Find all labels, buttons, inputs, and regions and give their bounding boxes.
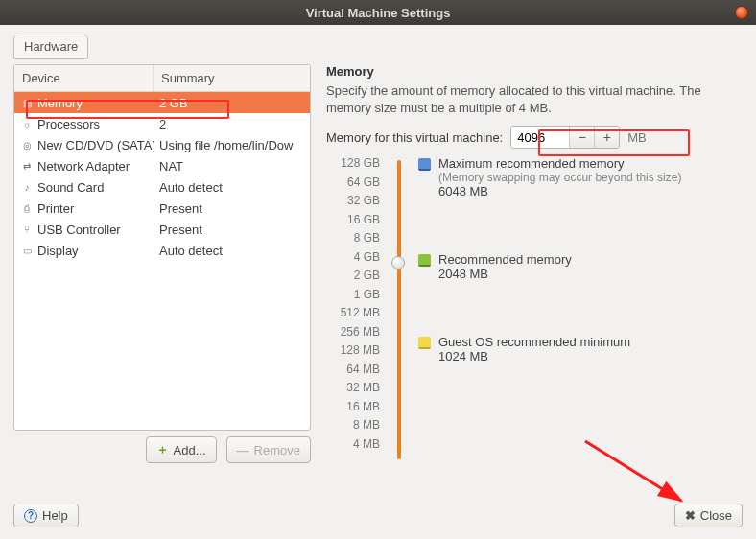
cd-icon: ◎ xyxy=(20,139,34,151)
tick-label: 8 GB xyxy=(326,231,380,245)
table-row[interactable]: ⇄Network AdapterNAT xyxy=(14,155,310,176)
swatch-min-icon xyxy=(418,337,431,349)
device-summary-label: NAT xyxy=(154,159,310,174)
device-name-label: Display xyxy=(37,244,79,258)
tick-label: 4 GB xyxy=(326,250,380,264)
window-title: Virtual Machine Settings xyxy=(306,6,451,20)
tick-label: 1 GB xyxy=(326,288,380,301)
tick-label: 2 GB xyxy=(326,269,380,282)
device-name-label: Sound Card xyxy=(37,180,104,195)
usb-icon: ⑂ xyxy=(20,223,34,235)
add-button-label: Add... xyxy=(174,443,206,457)
legend-max-note: (Memory swapping may occur beyond this s… xyxy=(438,171,681,184)
device-name-label: New CD/DVD (SATA) xyxy=(37,138,154,152)
table-row[interactable]: ◎New CD/DVD (SATA)Using file /home/lin/D… xyxy=(14,134,310,155)
remove-button: — Remove xyxy=(226,436,311,463)
legend-rec-value: 2048 MB xyxy=(438,267,572,281)
swatch-max-icon xyxy=(418,158,431,171)
table-row[interactable]: ☼Processors2 xyxy=(14,113,310,134)
help-button[interactable]: ? Help xyxy=(13,504,79,527)
device-name-label: Memory xyxy=(37,96,83,110)
section-description: Specify the amount of memory allocated t… xyxy=(326,82,739,116)
legend-rec-title: Recommended memory xyxy=(438,252,572,267)
device-summary-label: Auto detect xyxy=(154,180,310,195)
memory-field-label: Memory for this virtual machine: xyxy=(326,130,503,145)
device-name-label: Network Adapter xyxy=(37,159,130,174)
legend-min-title: Guest OS recommended minimum xyxy=(438,335,630,349)
device-name-label: Printer xyxy=(37,201,74,216)
window-close-icon[interactable] xyxy=(735,6,748,19)
device-summary-label: Using file /home/lin/Dow xyxy=(154,138,310,152)
legend-min-value: 1024 MB xyxy=(438,349,630,363)
memory-icon: ▤ xyxy=(20,97,34,108)
memory-input[interactable] xyxy=(511,127,569,148)
tick-label: 8 MB xyxy=(326,418,380,432)
tick-label: 512 MB xyxy=(326,306,380,319)
memory-decrement-button[interactable]: − xyxy=(569,127,594,148)
memory-tick-labels: 128 GB64 GB32 GB16 GB8 GB4 GB2 GB1 GB512… xyxy=(326,156,380,451)
device-name-label: USB Controller xyxy=(37,223,121,237)
tick-label: 64 GB xyxy=(326,176,380,189)
device-summary-label: Present xyxy=(154,201,310,216)
close-button-label: Close xyxy=(700,508,732,523)
col-header-summary[interactable]: Summary xyxy=(154,65,310,91)
help-button-label: Help xyxy=(42,508,68,523)
tick-label: 4 MB xyxy=(326,437,380,451)
close-icon: ✖ xyxy=(685,508,696,523)
device-summary-label: Auto detect xyxy=(154,244,310,258)
close-button[interactable]: ✖ Close xyxy=(674,504,743,527)
minus-icon: — xyxy=(237,443,249,457)
swatch-rec-icon xyxy=(418,254,431,267)
device-summary-label: 2 GB xyxy=(154,96,310,110)
plus-icon: ＋ xyxy=(156,441,169,458)
table-header: Device Summary xyxy=(14,65,310,92)
table-row[interactable]: ⑂USB ControllerPresent xyxy=(14,219,310,240)
remove-button-label: Remove xyxy=(254,443,300,457)
table-row[interactable]: ⎙PrinterPresent xyxy=(14,198,310,219)
tick-label: 64 MB xyxy=(326,363,380,376)
tick-label: 256 MB xyxy=(326,325,380,339)
help-icon: ? xyxy=(24,509,37,523)
printer-icon: ⎙ xyxy=(20,202,34,214)
section-heading: Memory xyxy=(326,64,739,79)
col-header-device[interactable]: Device xyxy=(14,65,154,91)
memory-slider[interactable] xyxy=(388,156,411,463)
table-row[interactable]: ▤Memory2 GB xyxy=(14,92,310,113)
legend-max-title: Maximum recommended memory xyxy=(438,156,681,171)
device-summary-label: Present xyxy=(154,223,310,237)
tick-label: 128 MB xyxy=(326,343,380,357)
device-summary-label: 2 xyxy=(154,117,310,131)
slider-thumb[interactable] xyxy=(391,256,405,270)
network-icon: ⇄ xyxy=(20,160,34,172)
table-row[interactable]: ▭DisplayAuto detect xyxy=(14,240,310,261)
tick-label: 128 GB xyxy=(326,156,380,170)
memory-unit-label: MB xyxy=(627,130,647,145)
legend-max-value: 6048 MB xyxy=(438,184,681,199)
processors-icon: ☼ xyxy=(20,118,34,129)
tick-label: 16 MB xyxy=(326,400,380,413)
memory-increment-button[interactable]: + xyxy=(594,127,619,148)
tick-label: 16 GB xyxy=(326,213,380,226)
device-table: Device Summary ▤Memory2 GB☼Processors2◎N… xyxy=(13,64,311,431)
memory-spinbox[interactable]: − + xyxy=(510,126,620,149)
title-bar: Virtual Machine Settings xyxy=(0,0,756,25)
slider-track xyxy=(397,160,401,459)
table-row[interactable]: ♪Sound CardAuto detect xyxy=(14,176,310,198)
add-button[interactable]: ＋ Add... xyxy=(146,436,217,463)
sound-icon: ♪ xyxy=(20,181,34,193)
tick-label: 32 MB xyxy=(326,381,380,394)
tick-label: 32 GB xyxy=(326,194,380,207)
tab-hardware[interactable]: Hardware xyxy=(13,35,88,59)
display-icon: ▭ xyxy=(20,245,34,256)
device-name-label: Processors xyxy=(37,117,100,131)
